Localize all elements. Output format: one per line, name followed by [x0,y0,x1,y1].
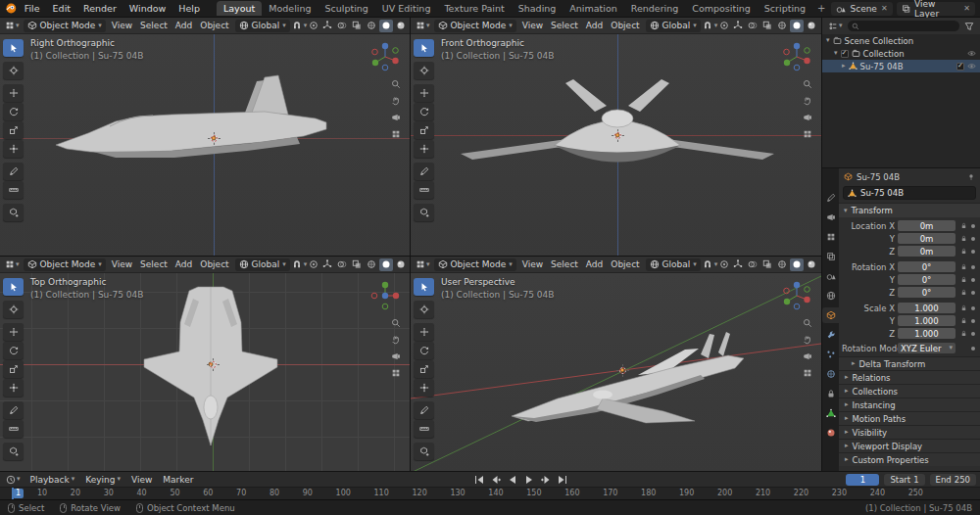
snap-options-dropdown[interactable]: ▾ [714,261,718,268]
current-frame-field[interactable]: 1 [846,474,879,486]
workspace-tab-layout[interactable]: Layout [217,1,262,16]
proportional-edit-icon[interactable] [309,20,318,32]
shading-rendered-icon[interactable] [409,258,410,271]
viewport-menu-item[interactable]: Select [136,259,172,269]
tool-transform-button[interactable] [414,140,434,158]
tool-add-cube-button[interactable] [3,204,24,221]
model-su75-top-view[interactable] [0,273,410,471]
model-su75-front-view[interactable] [411,34,821,256]
snap-magnet-icon[interactable] [703,258,712,271]
animate-dot[interactable] [971,250,975,254]
toggle-ortho-icon[interactable] [803,368,812,378]
timeline-ruler[interactable]: 1020304050607080901001101201301401501601… [0,487,980,499]
xray-toggle-icon[interactable] [760,258,774,271]
show-overlays-icon[interactable] [746,20,760,32]
collapsed-panel-header[interactable]: ▸ Custom Properties [839,452,980,466]
viewport-menu-item[interactable]: Select [547,21,582,30]
tool-annotate-button[interactable] [414,163,434,180]
collapsed-panel-header[interactable]: ▸ Viewport Display [839,439,980,452]
zoom-icon[interactable] [391,79,401,89]
transform-value-field[interactable]: 0° [898,287,956,298]
view-menu[interactable]: View [128,475,155,485]
lock-icon[interactable] [958,235,968,242]
tab-particles-icon[interactable] [822,347,839,362]
viewport-menu-item[interactable]: Add [172,21,196,30]
proportional-edit-icon[interactable] [309,258,318,271]
animate-dot[interactable] [971,332,975,336]
transform-value-field[interactable]: 0m [898,220,956,231]
viewport-canvas[interactable]: Right Orthographic (1) Collection | Su-7… [0,34,410,256]
tool-scale-button[interactable] [3,360,24,378]
viewport-canvas[interactable]: Front Orthographic (1) Collection | Su-7… [411,34,821,256]
shading-solid-icon[interactable] [790,20,804,32]
toggle-ortho-icon[interactable] [803,129,812,139]
tool-add-cube-button[interactable] [414,204,434,221]
object-checkbox[interactable]: ✓ [956,63,964,70]
expand-icon[interactable]: ▸ [842,63,846,70]
tool-move-button[interactable] [414,323,434,341]
tab-tool-icon[interactable] [822,190,839,206]
navigation-gizmo[interactable] [780,40,813,73]
camera-view-icon[interactable] [391,351,401,361]
tool-measure-button[interactable] [414,420,434,438]
snap-options-dropdown[interactable]: ▾ [714,23,718,29]
pin-icon[interactable] [967,173,975,181]
mode-select[interactable]: Object Mode▾ [434,258,516,271]
outliner-filter-icon[interactable] [962,20,976,32]
shading-wireframe-icon[interactable] [775,20,789,32]
toggle-ortho-icon[interactable] [391,368,401,378]
tool-transform-button[interactable] [3,140,24,158]
mode-select[interactable]: Object Mode▾ [24,20,106,32]
animate-dot[interactable] [971,319,975,323]
editor-type-button[interactable]: ▾ [3,259,22,269]
lock-icon[interactable] [958,263,968,270]
editor-type-button[interactable]: ▾ [3,21,22,30]
xray-toggle-icon[interactable] [760,20,774,32]
tab-object-data-icon[interactable] [822,405,839,421]
viewport-menu-item[interactable]: View [518,21,547,30]
viewport-menu-item[interactable]: Object [196,259,232,269]
transform-value-field[interactable]: 0° [898,261,956,272]
keying-menu[interactable]: Keying▾ [82,475,123,485]
tool-measure-button[interactable] [3,420,24,438]
jump-to-end-button[interactable] [555,473,570,486]
tool-rotate-button[interactable] [414,342,434,359]
shading-material-icon[interactable] [805,258,818,271]
snap-magn et-icon[interactable] [292,20,302,32]
tool-scale-button[interactable] [414,121,434,139]
outliner-editor-icon[interactable]: ▾ [826,22,845,31]
tool-rotate-button[interactable] [3,342,24,359]
navigation-gizmo[interactable] [368,279,402,312]
navigation-gizmo[interactable] [780,279,813,312]
tool-cursor-button[interactable] [3,301,24,318]
outliner-row-scene-collection[interactable]: ▾ Scene Collection [822,34,980,47]
orientation-select[interactable]: Global▾ [235,20,290,32]
model-su75-side-view[interactable] [0,34,410,256]
outliner-row-su75[interactable]: ▸ Su-75 04B ✓ [822,60,980,72]
collapsed-panel-header[interactable]: ▸ Delta Transform [839,356,980,370]
shading-material-icon[interactable] [394,258,408,271]
view-layer-selector[interactable]: View Layer ✕ [897,2,975,16]
animate-dot[interactable] [971,291,975,295]
scene-unlink-icon[interactable]: ✕ [881,4,888,13]
tool-move-button[interactable] [3,84,24,102]
lock-icon[interactable] [958,289,968,296]
mode-select[interactable]: Object Mode▾ [24,258,106,271]
orientation-select[interactable]: Global▾ [646,258,701,271]
viewport-menu-item[interactable]: Object [196,21,232,30]
shading-rendered-icon[interactable] [409,20,410,32]
object-name-field[interactable]: Su-75 04B [843,186,976,200]
lock-icon[interactable] [958,317,968,324]
viewport-menu-item[interactable]: Select [136,21,172,30]
menu-file[interactable]: File [19,2,46,15]
tool-select-box-button[interactable] [414,278,434,296]
mode-select[interactable]: Object Mode▾ [434,20,516,32]
camera-view-icon[interactable] [803,351,812,361]
workspace-tab-sculpting[interactable]: Sculpting [318,1,374,16]
workspace-tab-rendering[interactable]: Rendering [624,1,686,16]
viewport-menu-item[interactable]: Add [582,21,607,30]
playhead[interactable]: 1 [12,488,14,499]
lock-icon[interactable] [958,248,968,255]
collection-checkbox[interactable]: ✓ [841,50,849,58]
navigation-gizmo[interactable] [368,40,402,73]
